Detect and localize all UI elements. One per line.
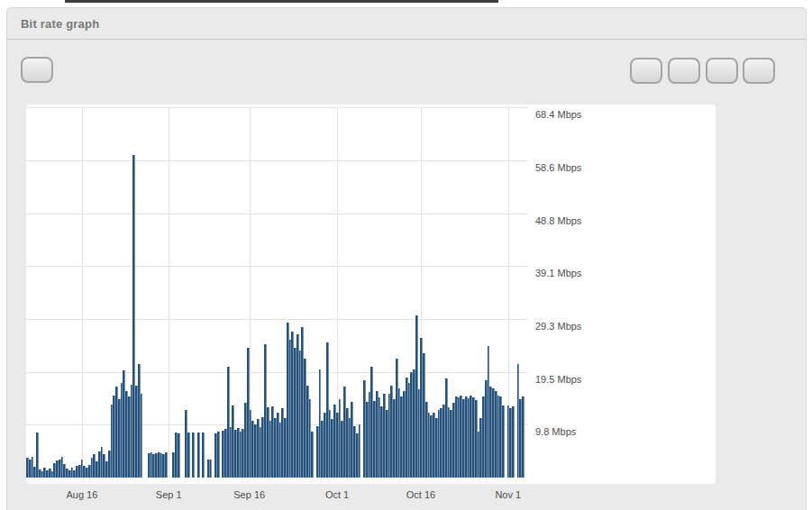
bar-series — [26, 105, 525, 478]
x-tick-label: Sep 16 — [218, 489, 281, 500]
y-tick-label: 39.1 Mbps — [535, 268, 607, 278]
bar — [311, 432, 314, 478]
plot-area — [26, 105, 528, 484]
bar — [502, 405, 505, 478]
x-tick-label: Nov 1 — [477, 489, 540, 500]
panel-title: Bit rate graph — [21, 17, 99, 31]
bar — [522, 396, 525, 478]
bar — [192, 433, 195, 478]
bar — [359, 424, 361, 478]
bar — [165, 452, 168, 478]
bar — [512, 406, 515, 478]
bar — [217, 432, 220, 478]
bit-rate-chart: 68.4 Mbps58.6 Mbps48.8 Mbps39.1 Mbps29.3… — [26, 105, 716, 484]
bar — [202, 433, 205, 478]
bar — [178, 433, 180, 478]
y-tick-label: 48.8 Mbps — [535, 215, 607, 226]
toolbar-button-right-4[interactable] — [743, 58, 775, 84]
toolbar-button-left[interactable] — [21, 57, 53, 83]
bar — [197, 433, 200, 478]
toolbar-button-right-1[interactable] — [630, 58, 662, 84]
panel-header: Bit rate graph — [7, 8, 806, 40]
y-tick-label: 68.4 Mbps — [535, 109, 607, 120]
toolbar-button-right-3[interactable] — [706, 58, 738, 84]
bit-rate-graph-panel: Bit rate graph 68.4 Mbps58.6 Mbps48.8 Mb… — [6, 7, 807, 510]
bar — [210, 460, 213, 478]
bar — [187, 433, 190, 478]
y-tick-label: 19.5 Mbps — [535, 374, 607, 385]
y-tick-label: 58.6 Mbps — [535, 162, 607, 173]
toolbar-button-right-2[interactable] — [668, 58, 700, 84]
x-tick-label: Sep 1 — [137, 489, 200, 500]
y-tick-label: 29.3 Mbps — [535, 321, 607, 332]
x-tick-label: Oct 1 — [306, 489, 369, 500]
y-tick-label: 9.8 Mbps — [535, 426, 607, 437]
top-edge-divider — [65, 0, 498, 3]
x-tick-label: Aug 16 — [50, 489, 114, 500]
screen: Bit rate graph 68.4 Mbps58.6 Mbps48.8 Mb… — [0, 0, 812, 510]
x-tick-label: Oct 16 — [389, 489, 452, 500]
bar — [141, 394, 143, 478]
